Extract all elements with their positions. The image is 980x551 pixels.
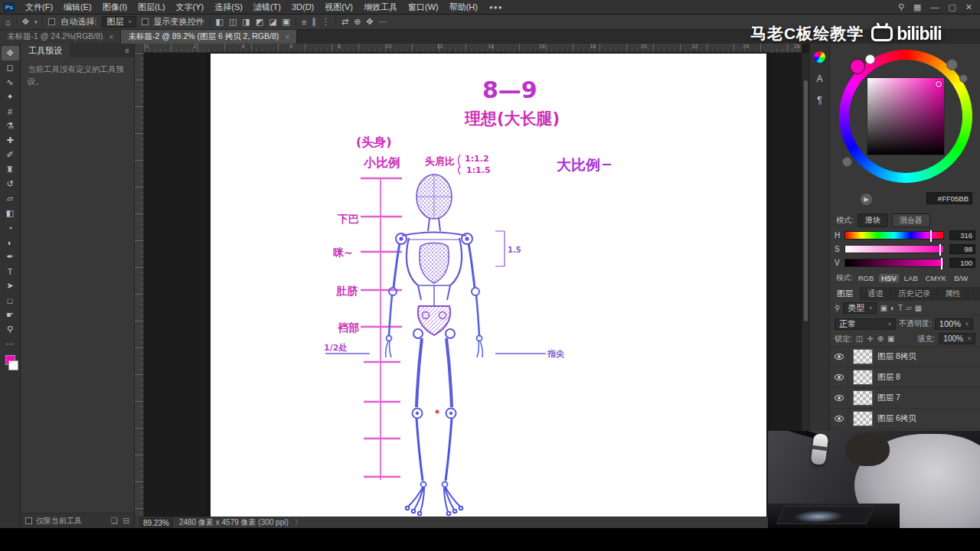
move-tool-icon[interactable]: ✥ [22, 17, 29, 27]
zoom-tool[interactable]: ⚲ [2, 322, 19, 337]
auto-select-dropdown[interactable]: 图层 ˅ [102, 16, 136, 28]
quick-select-tool[interactable]: ✦ [2, 90, 19, 104]
tab-close-icon[interactable]: × [109, 33, 114, 41]
menu-filter[interactable]: 滤镜(T) [248, 0, 286, 15]
layer-thumbnail[interactable] [853, 370, 873, 385]
saturation-value-field[interactable]: 98 [949, 244, 975, 254]
menu-help[interactable]: 帮助(H) [444, 0, 483, 15]
options-more-icon[interactable]: ⋯ [379, 17, 387, 27]
value-value-field[interactable]: 100 [949, 258, 975, 268]
saturation-brightness-square[interactable] [867, 77, 945, 155]
lock-transparency-icon[interactable]: ◫ [856, 334, 863, 343]
type-tool[interactable]: T [2, 264, 19, 279]
character-panel-icon[interactable]: A [816, 73, 822, 84]
move-tool[interactable]: ✥ [2, 46, 19, 60]
lock-position-icon[interactable]: ⊕ [877, 334, 884, 343]
filter-pixel-icon[interactable]: ▣ [880, 304, 887, 312]
hand-tool[interactable]: ☛ [2, 308, 19, 322]
fill-field[interactable]: 100% ˅ [939, 333, 975, 344]
align-right-icon[interactable]: ◨ [242, 17, 250, 27]
paragraph-panel-icon[interactable]: ¶ [817, 95, 822, 106]
mode-hsv[interactable]: HSV [879, 274, 899, 282]
close-button[interactable]: ✕ [965, 2, 972, 12]
slider-handle[interactable] [930, 230, 932, 242]
shape-tool[interactable]: □ [2, 293, 19, 308]
align-top-icon[interactable]: ◩ [256, 17, 263, 27]
distribute-gap-icon[interactable]: ⋮ [322, 17, 330, 27]
menu-plugins[interactable]: 增效工具 [358, 0, 403, 15]
layer-thumbnail[interactable] [853, 349, 873, 364]
filter-smartobject-icon[interactable]: ▦ [915, 304, 922, 312]
visibility-eye-icon[interactable] [835, 354, 844, 360]
eraser-tool[interactable]: ▱ [2, 191, 19, 206]
lock-pixels-icon[interactable]: ✛ [867, 334, 873, 343]
filter-shape-icon[interactable]: ▱ [906, 304, 912, 312]
wheel-knob-icon[interactable] [842, 157, 852, 167]
current-color-swatch[interactable] [850, 59, 865, 74]
menu-edit[interactable]: 编辑(E) [58, 0, 97, 15]
path-select-tool[interactable]: ➤ [2, 279, 19, 293]
clone-stamp-tool[interactable]: ♜ [2, 162, 19, 177]
blur-tool[interactable]: ◔ [2, 220, 19, 235]
tool-presets-tab[interactable]: 工具预设 [21, 44, 70, 57]
tab-history[interactable]: 历史记录 [891, 287, 938, 301]
mode-bw[interactable]: B/W [952, 274, 970, 282]
document-tab-2[interactable]: 未标题-2 @ 89.2% (图层 6 拷贝 2, RGB/8) × [121, 30, 297, 44]
slider-handle[interactable] [939, 244, 941, 256]
layer-name[interactable]: 图层 7 [877, 393, 900, 403]
distribute-h-icon[interactable]: ≡ [302, 18, 306, 27]
dodge-tool[interactable]: ◐ [2, 235, 19, 249]
workspace-icon[interactable]: ▦ [913, 2, 921, 12]
menu-file[interactable]: 文件(F) [20, 0, 58, 15]
document-canvas[interactable]: 8—9 理想(大长腿) (头身) 小比例 头肩比 1:1.2 1:1.5 大比例… [211, 54, 766, 517]
minimize-button[interactable]: — [930, 2, 939, 12]
maximize-button[interactable]: ▢ [948, 2, 956, 12]
3d-rotate-icon[interactable]: ⇄ [341, 17, 348, 27]
menu-view[interactable]: 视图(V) [319, 0, 358, 15]
hex-color-field[interactable]: #FF05BB [926, 192, 972, 204]
status-expand-icon[interactable]: 〉 [295, 517, 302, 528]
zoom-level-field[interactable]: 89.23% [139, 518, 173, 527]
play-icon[interactable]: ▶ [861, 194, 872, 205]
history-brush-tool[interactable]: ↺ [2, 177, 19, 191]
layer-row[interactable]: 图层 7 [830, 388, 980, 409]
brush-tool[interactable]: ✐ [2, 148, 19, 162]
layer-row[interactable]: 图层 6拷贝 [830, 409, 980, 429]
filter-adjustment-icon[interactable]: ◐ [890, 304, 895, 312]
show-transform-checkbox[interactable] [142, 18, 149, 25]
align-bottom-icon[interactable]: ▣ [283, 17, 290, 27]
color-marker[interactable] [936, 81, 942, 87]
lock-all-icon[interactable]: ▣ [887, 334, 894, 343]
search-icon[interactable]: ⚲ [898, 2, 904, 12]
visibility-eye-icon[interactable] [835, 374, 844, 380]
mode-rgb[interactable]: RGB [856, 274, 877, 282]
gradient-tool[interactable]: ◧ [2, 206, 19, 220]
align-center-h-icon[interactable]: ◫ [229, 17, 237, 27]
visibility-eye-icon[interactable] [835, 416, 844, 422]
menu-image[interactable]: 图像(I) [97, 0, 132, 15]
lasso-tool[interactable]: ∿ [2, 75, 19, 90]
menu-window[interactable]: 窗口(W) [403, 0, 444, 15]
marquee-tool[interactable]: ◻ [2, 60, 19, 75]
auto-select-checkbox[interactable] [48, 18, 55, 25]
value-slider[interactable] [844, 259, 944, 267]
crop-tool[interactable]: # [2, 104, 19, 119]
hue-value-field[interactable]: 316 [949, 230, 975, 240]
blend-mode-dropdown[interactable]: 正常 ˅ [835, 318, 896, 330]
layer-name[interactable]: 图层 8拷贝 [877, 351, 916, 362]
menu-overflow-icon[interactable]: ●●● [483, 4, 509, 11]
slider-tab[interactable]: 滑块 [858, 214, 888, 227]
tab-layers[interactable]: 图层 [830, 287, 861, 301]
layer-row[interactable]: 图层 8 [830, 367, 980, 388]
document-tab-1[interactable]: 未标题-1 @ 24.2%(RGB/8) × [0, 30, 121, 44]
ruler-origin[interactable] [135, 44, 144, 53]
panel-menu-icon[interactable]: ≡ [125, 47, 134, 55]
delete-preset-icon[interactable]: ⊟ [123, 517, 129, 525]
layer-thumbnail[interactable] [853, 390, 873, 406]
menu-select[interactable]: 选择(S) [209, 0, 248, 15]
color-wheel-panel-icon[interactable] [814, 51, 825, 63]
healing-tool[interactable]: ✚ [2, 133, 19, 148]
layer-filter-dropdown[interactable]: 类型 ˅ [843, 302, 877, 314]
3d-drag-icon[interactable]: ✥ [366, 17, 373, 27]
mode-lab[interactable]: LAB [902, 274, 920, 282]
